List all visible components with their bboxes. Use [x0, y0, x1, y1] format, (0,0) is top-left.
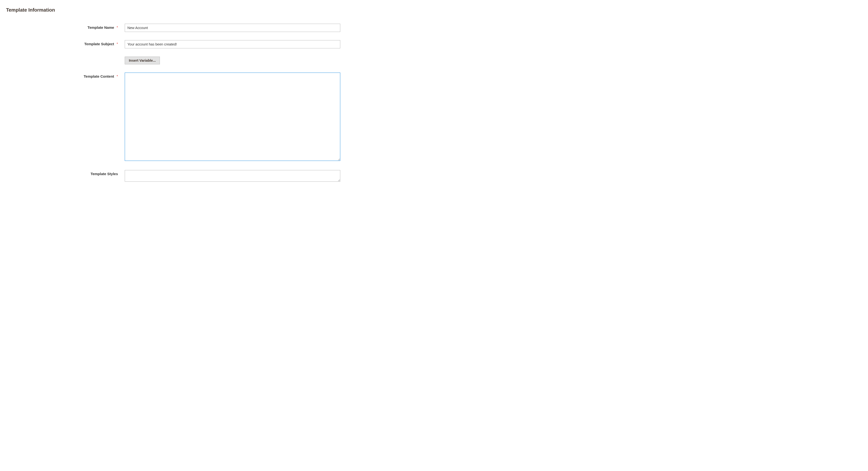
template-styles-label: Template Styles [91, 172, 118, 176]
template-name-row: Template Name * [6, 24, 340, 32]
template-content-textarea[interactable] [125, 73, 340, 161]
template-subject-label-wrap: Template Subject * [6, 40, 125, 46]
template-name-input[interactable] [125, 24, 340, 32]
template-name-label-wrap: Template Name * [6, 24, 125, 30]
template-subject-row: Template Subject * [6, 40, 340, 48]
template-content-row: Template Content * [6, 73, 340, 162]
template-styles-control-wrap [125, 170, 340, 182]
template-name-control-wrap [125, 24, 340, 32]
template-subject-input[interactable] [125, 40, 340, 48]
template-subject-control-wrap [125, 40, 340, 48]
template-subject-required: * [117, 42, 118, 46]
template-name-label: Template Name [87, 25, 114, 30]
insert-variable-label-spacer [6, 57, 125, 58]
template-styles-row: Template Styles [6, 170, 340, 182]
template-styles-label-wrap: Template Styles [6, 170, 125, 176]
template-styles-textarea[interactable] [125, 170, 340, 182]
insert-variable-button[interactable]: Insert Variable... [125, 57, 160, 64]
template-subject-label: Template Subject [84, 42, 114, 46]
template-content-label: Template Content [84, 74, 114, 78]
insert-variable-row: Insert Variable... [6, 57, 340, 64]
section-title: Template Information [6, 7, 340, 13]
insert-variable-control-wrap: Insert Variable... [125, 57, 340, 64]
template-information-form: Template Information Template Name * Tem… [6, 7, 340, 182]
template-content-control-wrap [125, 73, 340, 162]
template-content-required: * [117, 74, 118, 78]
template-content-label-wrap: Template Content * [6, 73, 125, 79]
template-name-required: * [117, 25, 118, 29]
